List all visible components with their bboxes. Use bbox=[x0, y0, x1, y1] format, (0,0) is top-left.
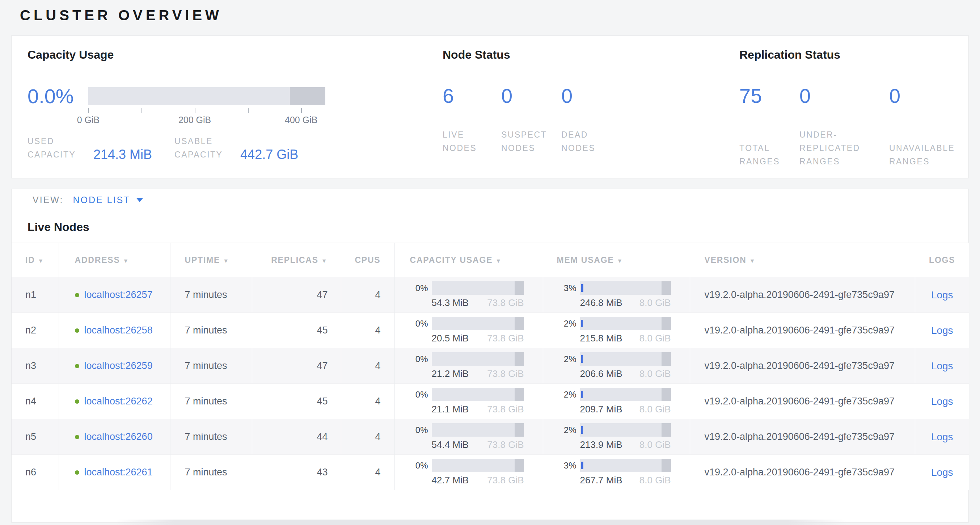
meter-bar bbox=[432, 352, 524, 366]
under-replicated-count: 0 bbox=[799, 86, 889, 105]
logs-link[interactable]: Logs bbox=[931, 467, 953, 478]
unavailable-count: 0 bbox=[889, 86, 980, 105]
meter-reserved-segment bbox=[662, 352, 671, 366]
capacity-usage-cell: 0% 54.4 MiB 73.8 GiB bbox=[395, 419, 543, 455]
meter-total-value: 73.8 GiB bbox=[487, 439, 523, 450]
mem-usage-cell: 2% 213.9 MiB 8.0 GiB bbox=[543, 419, 690, 455]
caret-down-icon[interactable] bbox=[136, 198, 143, 202]
meter-reserved-segment bbox=[515, 317, 524, 330]
view-label: VIEW: bbox=[33, 195, 63, 205]
logs-link[interactable]: Logs bbox=[931, 289, 953, 300]
meter-percent: 2% bbox=[543, 354, 580, 364]
meter-percent: 2% bbox=[543, 389, 580, 400]
meter-percent: 0% bbox=[395, 319, 432, 329]
meter-bar bbox=[432, 317, 524, 330]
meter-total-value: 73.8 GiB bbox=[487, 404, 523, 415]
meter-used-value: 215.8 MiB bbox=[580, 333, 622, 344]
meter-used-value: 267.7 MiB bbox=[580, 475, 622, 486]
column-header-address[interactable]: ADDRESS▼ bbox=[59, 243, 170, 277]
summary-panel: Capacity Usage 0.0% 0 GiB200 GiB400 GiB … bbox=[11, 35, 969, 178]
node-address-link[interactable]: localhost:26262 bbox=[84, 396, 153, 407]
node-replicas: 43 bbox=[252, 455, 341, 490]
node-id: n5 bbox=[11, 419, 59, 455]
gauge-ticks bbox=[88, 108, 325, 113]
logs-cell: Logs bbox=[915, 384, 969, 419]
node-address-link[interactable]: localhost:26257 bbox=[84, 289, 153, 300]
node-uptime: 7 minutes bbox=[170, 313, 252, 348]
table-header-row: ID▼ ADDRESS▼ UPTIME▼ REPLICAS▼ CPUS CAPA… bbox=[11, 243, 969, 277]
meter-bar bbox=[580, 352, 671, 366]
meter-reserved-segment bbox=[515, 281, 524, 295]
meter-percent: 2% bbox=[543, 425, 580, 435]
page-title: CLUSTER OVERVIEW bbox=[20, 7, 969, 24]
node-replicas: 47 bbox=[252, 348, 341, 384]
stat-value: 442.7 GiB bbox=[240, 147, 298, 162]
column-header-version[interactable]: VERSION▼ bbox=[690, 243, 915, 277]
meter-bar bbox=[580, 423, 671, 437]
gauge-tick bbox=[142, 108, 142, 113]
gauge-bar bbox=[88, 87, 325, 105]
logs-cell: Logs bbox=[915, 419, 969, 455]
node-list-panel: VIEW: NODE LIST Live Nodes ID▼ ADDRESS▼ … bbox=[11, 188, 969, 522]
meter-used-value: 21.1 MiB bbox=[432, 404, 469, 415]
meter-percent: 0% bbox=[395, 461, 432, 471]
bottom-shadow bbox=[116, 520, 846, 525]
column-header-mem-usage[interactable]: MEM USAGE▼ bbox=[543, 243, 690, 277]
meter-reserved-segment bbox=[515, 388, 524, 401]
meter-reserved-segment bbox=[662, 317, 671, 330]
node-replicas: 44 bbox=[252, 419, 341, 455]
total-ranges-label: TOTAL RANGES bbox=[739, 142, 799, 168]
node-address-link[interactable]: localhost:26260 bbox=[84, 431, 153, 442]
node-address-link[interactable]: localhost:26259 bbox=[84, 360, 153, 371]
capacity-gauge: 0 GiB200 GiB400 GiB bbox=[88, 87, 325, 105]
column-header-uptime[interactable]: UPTIME▼ bbox=[170, 243, 252, 277]
capacity-stats: USED CAPACITY 214.3 MiB USABLE CAPACITY … bbox=[27, 135, 353, 161]
meter-bar bbox=[580, 281, 671, 295]
meter-used-value: 206.6 MiB bbox=[580, 368, 622, 380]
capacity-usage-cell: 0% 21.1 MiB 73.8 GiB bbox=[395, 384, 543, 419]
gauge-tick-label: 0 GiB bbox=[77, 115, 100, 125]
logs-link[interactable]: Logs bbox=[931, 431, 953, 442]
column-header-replicas[interactable]: REPLICAS▼ bbox=[252, 243, 341, 277]
meter-fill bbox=[581, 320, 583, 327]
table-row: n6 localhost:26261 7 minutes 43 4 0% 42.… bbox=[11, 455, 969, 490]
logs-link[interactable]: Logs bbox=[931, 396, 953, 407]
column-header-id[interactable]: ID▼ bbox=[11, 243, 59, 277]
gauge-tick-label: 200 GiB bbox=[178, 115, 211, 125]
meter-used-value: 54.3 MiB bbox=[432, 297, 469, 308]
capacity-usage-cell: 0% 21.2 MiB 73.8 GiB bbox=[395, 348, 543, 384]
stat-label: USED CAPACITY bbox=[27, 135, 90, 161]
node-version: v19.2.0-alpha.20190606-2491-gfe735c9a97 bbox=[690, 419, 915, 455]
column-header-capacity-usage[interactable]: CAPACITY USAGE▼ bbox=[395, 243, 543, 277]
node-version: v19.2.0-alpha.20190606-2491-gfe735c9a97 bbox=[690, 313, 915, 348]
node-uptime: 7 minutes bbox=[170, 348, 252, 384]
gauge-tick bbox=[301, 108, 302, 113]
logs-link[interactable]: Logs bbox=[931, 325, 953, 336]
node-status-section: Node Status 6 0 0 LIVE NODES SUSPECT NOD… bbox=[442, 48, 648, 155]
meter-percent: 0% bbox=[395, 389, 432, 400]
stat-label: USABLE CAPACITY bbox=[175, 135, 237, 161]
node-address-cell: localhost:26261 bbox=[59, 455, 170, 490]
node-address-cell: localhost:26260 bbox=[59, 419, 170, 455]
meter-total-value: 8.0 GiB bbox=[640, 368, 671, 380]
table-row: n3 localhost:26259 7 minutes 47 4 0% 21.… bbox=[11, 348, 969, 384]
stat-value: 214.3 MiB bbox=[93, 147, 152, 162]
meter-used-value: 209.7 MiB bbox=[580, 404, 622, 415]
node-address-cell: localhost:26262 bbox=[59, 384, 170, 419]
logs-link[interactable]: Logs bbox=[931, 360, 953, 372]
node-address-link[interactable]: localhost:26258 bbox=[84, 325, 153, 336]
mem-meter: 2% 209.7 MiB 8.0 GiB bbox=[543, 388, 690, 415]
mem-usage-cell: 3% 267.7 MiB 8.0 GiB bbox=[543, 455, 690, 490]
meter-reserved-segment bbox=[662, 459, 671, 472]
node-list-dropdown[interactable]: NODE LIST bbox=[73, 195, 143, 205]
meter-total-value: 8.0 GiB bbox=[640, 404, 671, 415]
logs-cell: Logs bbox=[915, 313, 969, 348]
mem-usage-cell: 2% 209.7 MiB 8.0 GiB bbox=[543, 384, 690, 419]
node-address-link[interactable]: localhost:26261 bbox=[84, 467, 153, 477]
meter-total-value: 73.8 GiB bbox=[487, 475, 523, 486]
cluster-overview-page: CLUSTER OVERVIEW Capacity Usage 0.0% 0 G… bbox=[0, 7, 980, 522]
meter-percent: 3% bbox=[543, 283, 580, 293]
live-nodes-count: 6 bbox=[442, 86, 501, 105]
live-nodes-title: Live Nodes bbox=[27, 220, 969, 234]
node-id: n2 bbox=[11, 313, 59, 348]
